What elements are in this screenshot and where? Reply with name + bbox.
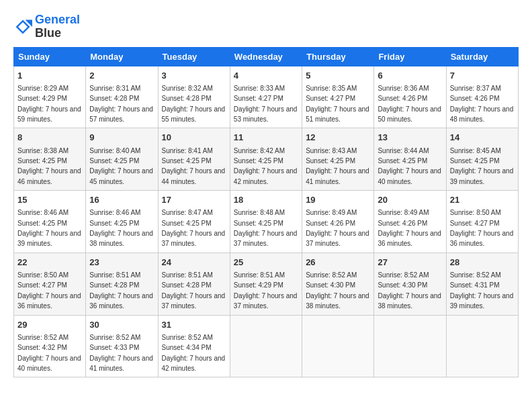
day-number: 29 bbox=[17, 319, 82, 331]
day-info: Sunrise: 8:40 AMSunset: 4:25 PMDaylight:… bbox=[89, 147, 153, 185]
day-info: Sunrise: 8:46 AMSunset: 4:25 PMDaylight:… bbox=[17, 209, 81, 247]
calendar-week-row: 29 Sunrise: 8:52 AMSunset: 4:32 PMDaylig… bbox=[14, 315, 519, 377]
day-info: Sunrise: 8:44 AMSunset: 4:25 PMDaylight:… bbox=[378, 147, 441, 185]
calendar-table: SundayMondayTuesdayWednesdayThursdayFrid… bbox=[13, 47, 519, 378]
day-number: 5 bbox=[306, 70, 370, 82]
day-number: 15 bbox=[17, 194, 82, 206]
calendar-header-thursday: Thursday bbox=[302, 47, 374, 66]
day-number: 17 bbox=[162, 194, 226, 206]
logo: General Blue bbox=[13, 13, 80, 40]
day-number: 23 bbox=[89, 257, 154, 269]
day-info: Sunrise: 8:52 AMSunset: 4:30 PMDaylight:… bbox=[306, 271, 369, 310]
day-number: 10 bbox=[162, 132, 226, 144]
calendar-cell: 21 Sunrise: 8:50 AMSunset: 4:27 PMDaylig… bbox=[446, 191, 518, 253]
day-info: Sunrise: 8:52 AMSunset: 4:32 PMDaylight:… bbox=[17, 334, 81, 372]
calendar-header-row: SundayMondayTuesdayWednesdayThursdayFrid… bbox=[14, 47, 519, 66]
calendar-week-row: 22 Sunrise: 8:50 AMSunset: 4:27 PMDaylig… bbox=[14, 253, 519, 315]
calendar-header-monday: Monday bbox=[86, 47, 158, 66]
day-info: Sunrise: 8:41 AMSunset: 4:25 PMDaylight:… bbox=[162, 147, 226, 185]
calendar-cell: 3 Sunrise: 8:32 AMSunset: 4:28 PMDayligh… bbox=[158, 66, 230, 128]
calendar-cell: 10 Sunrise: 8:41 AMSunset: 4:25 PMDaylig… bbox=[158, 128, 230, 191]
calendar-cell: 14 Sunrise: 8:45 AMSunset: 4:25 PMDaylig… bbox=[446, 128, 518, 191]
day-number: 4 bbox=[234, 70, 298, 82]
calendar-cell: 4 Sunrise: 8:33 AMSunset: 4:27 PMDayligh… bbox=[230, 66, 302, 128]
day-info: Sunrise: 8:48 AMSunset: 4:25 PMDaylight:… bbox=[234, 209, 298, 247]
day-info: Sunrise: 8:36 AMSunset: 4:26 PMDaylight:… bbox=[378, 85, 441, 123]
day-info: Sunrise: 8:50 AMSunset: 4:27 PMDaylight:… bbox=[17, 271, 81, 310]
day-number: 2 bbox=[89, 70, 154, 82]
calendar-cell bbox=[446, 315, 518, 377]
day-number: 16 bbox=[89, 194, 154, 206]
day-info: Sunrise: 8:45 AMSunset: 4:25 PMDaylight:… bbox=[450, 147, 514, 185]
calendar-cell: 19 Sunrise: 8:49 AMSunset: 4:26 PMDaylig… bbox=[302, 191, 374, 253]
day-info: Sunrise: 8:52 AMSunset: 4:31 PMDaylight:… bbox=[450, 271, 514, 310]
calendar-cell: 16 Sunrise: 8:46 AMSunset: 4:25 PMDaylig… bbox=[86, 191, 158, 253]
day-info: Sunrise: 8:52 AMSunset: 4:33 PMDaylight:… bbox=[89, 334, 153, 372]
calendar-cell: 29 Sunrise: 8:52 AMSunset: 4:32 PMDaylig… bbox=[14, 315, 86, 377]
day-info: Sunrise: 8:49 AMSunset: 4:26 PMDaylight:… bbox=[306, 209, 369, 247]
calendar-cell: 2 Sunrise: 8:31 AMSunset: 4:28 PMDayligh… bbox=[86, 66, 158, 128]
day-number: 12 bbox=[306, 132, 370, 144]
day-number: 9 bbox=[89, 132, 154, 144]
day-number: 22 bbox=[17, 257, 82, 269]
day-number: 28 bbox=[450, 257, 515, 269]
calendar-cell: 22 Sunrise: 8:50 AMSunset: 4:27 PMDaylig… bbox=[14, 253, 86, 315]
day-info: Sunrise: 8:46 AMSunset: 4:25 PMDaylight:… bbox=[89, 209, 153, 247]
day-info: Sunrise: 8:52 AMSunset: 4:34 PMDaylight:… bbox=[162, 334, 226, 372]
day-number: 3 bbox=[162, 70, 226, 82]
page-header: General Blue bbox=[13, 13, 519, 40]
day-number: 24 bbox=[162, 257, 226, 269]
calendar-cell: 31 Sunrise: 8:52 AMSunset: 4:34 PMDaylig… bbox=[158, 315, 230, 377]
day-number: 14 bbox=[450, 132, 515, 144]
calendar-cell bbox=[230, 315, 302, 377]
calendar-cell: 5 Sunrise: 8:35 AMSunset: 4:27 PMDayligh… bbox=[302, 66, 374, 128]
calendar-cell: 15 Sunrise: 8:46 AMSunset: 4:25 PMDaylig… bbox=[14, 191, 86, 253]
day-number: 8 bbox=[17, 132, 82, 144]
day-info: Sunrise: 8:31 AMSunset: 4:28 PMDaylight:… bbox=[89, 85, 153, 123]
calendar-cell: 18 Sunrise: 8:48 AMSunset: 4:25 PMDaylig… bbox=[230, 191, 302, 253]
calendar-cell: 17 Sunrise: 8:47 AMSunset: 4:25 PMDaylig… bbox=[158, 191, 230, 253]
day-info: Sunrise: 8:52 AMSunset: 4:30 PMDaylight:… bbox=[378, 271, 441, 310]
day-info: Sunrise: 8:32 AMSunset: 4:28 PMDaylight:… bbox=[162, 85, 226, 123]
logo-text: General Blue bbox=[35, 13, 80, 40]
day-number: 30 bbox=[89, 319, 154, 331]
day-number: 31 bbox=[162, 319, 226, 331]
calendar-cell: 13 Sunrise: 8:44 AMSunset: 4:25 PMDaylig… bbox=[374, 128, 446, 191]
day-number: 13 bbox=[378, 132, 442, 144]
day-info: Sunrise: 8:49 AMSunset: 4:26 PMDaylight:… bbox=[378, 209, 441, 247]
calendar-cell bbox=[302, 315, 374, 377]
calendar-header-wednesday: Wednesday bbox=[230, 47, 302, 66]
day-number: 7 bbox=[450, 70, 515, 82]
day-number: 25 bbox=[234, 257, 298, 269]
calendar-cell: 1 Sunrise: 8:29 AMSunset: 4:29 PMDayligh… bbox=[14, 66, 86, 128]
calendar-cell: 6 Sunrise: 8:36 AMSunset: 4:26 PMDayligh… bbox=[374, 66, 446, 128]
logo-icon bbox=[13, 17, 32, 36]
calendar-cell: 28 Sunrise: 8:52 AMSunset: 4:31 PMDaylig… bbox=[446, 253, 518, 315]
calendar-cell: 11 Sunrise: 8:42 AMSunset: 4:25 PMDaylig… bbox=[230, 128, 302, 191]
day-number: 26 bbox=[306, 257, 370, 269]
calendar-header-tuesday: Tuesday bbox=[158, 47, 230, 66]
day-info: Sunrise: 8:51 AMSunset: 4:28 PMDaylight:… bbox=[162, 271, 226, 310]
day-number: 1 bbox=[17, 70, 82, 82]
day-info: Sunrise: 8:38 AMSunset: 4:25 PMDaylight:… bbox=[17, 147, 81, 185]
day-number: 21 bbox=[450, 194, 515, 206]
day-number: 20 bbox=[378, 194, 442, 206]
calendar-cell bbox=[374, 315, 446, 377]
calendar-cell: 30 Sunrise: 8:52 AMSunset: 4:33 PMDaylig… bbox=[86, 315, 158, 377]
calendar-cell: 26 Sunrise: 8:52 AMSunset: 4:30 PMDaylig… bbox=[302, 253, 374, 315]
day-number: 6 bbox=[378, 70, 442, 82]
day-info: Sunrise: 8:51 AMSunset: 4:28 PMDaylight:… bbox=[89, 271, 153, 310]
day-info: Sunrise: 8:37 AMSunset: 4:26 PMDaylight:… bbox=[450, 85, 514, 123]
calendar-cell: 12 Sunrise: 8:43 AMSunset: 4:25 PMDaylig… bbox=[302, 128, 374, 191]
calendar-cell: 24 Sunrise: 8:51 AMSunset: 4:28 PMDaylig… bbox=[158, 253, 230, 315]
calendar-cell: 25 Sunrise: 8:51 AMSunset: 4:29 PMDaylig… bbox=[230, 253, 302, 315]
day-number: 27 bbox=[378, 257, 442, 269]
calendar-cell: 27 Sunrise: 8:52 AMSunset: 4:30 PMDaylig… bbox=[374, 253, 446, 315]
day-info: Sunrise: 8:51 AMSunset: 4:29 PMDaylight:… bbox=[234, 271, 298, 310]
day-info: Sunrise: 8:42 AMSunset: 4:25 PMDaylight:… bbox=[234, 147, 298, 185]
calendar-header-friday: Friday bbox=[374, 47, 446, 66]
calendar-cell: 23 Sunrise: 8:51 AMSunset: 4:28 PMDaylig… bbox=[86, 253, 158, 315]
day-number: 19 bbox=[306, 194, 370, 206]
calendar-week-row: 15 Sunrise: 8:46 AMSunset: 4:25 PMDaylig… bbox=[14, 191, 519, 253]
day-info: Sunrise: 8:50 AMSunset: 4:27 PMDaylight:… bbox=[450, 209, 514, 247]
